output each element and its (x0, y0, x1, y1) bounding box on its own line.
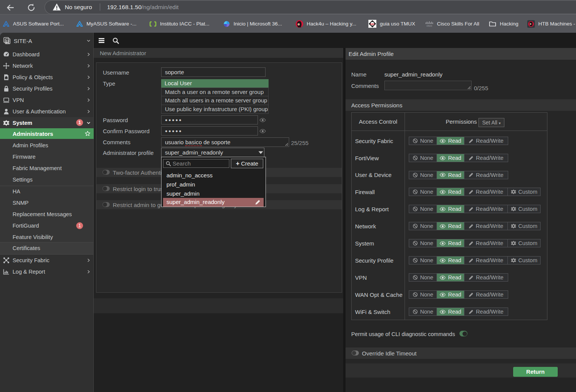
svg-text:NK: NK (370, 22, 375, 26)
svg-text:cisco: cisco (427, 24, 432, 27)
